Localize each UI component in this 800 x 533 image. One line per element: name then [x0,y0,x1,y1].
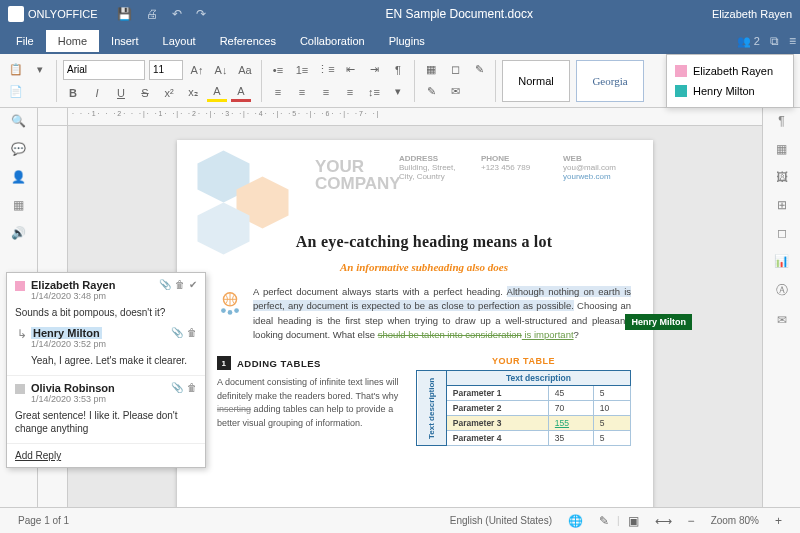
header-settings-icon[interactable]: ⊞ [777,198,787,212]
justify-icon[interactable]: ≡ [340,83,360,101]
paragraph-settings-icon[interactable]: ¶ [778,114,784,128]
copy-style-icon[interactable]: 📄 [6,83,26,101]
track-icon[interactable]: ✎ [599,514,609,528]
fit-page-icon[interactable]: ▣ [628,514,639,528]
data-table[interactable]: Text descriptionText description Paramet… [416,370,631,446]
tab-layout[interactable]: Layout [151,30,208,52]
italic-button[interactable]: I [87,84,107,102]
align-right-icon[interactable]: ≡ [316,83,336,101]
dec-font-icon[interactable]: A↓ [211,61,231,79]
style-normal[interactable]: Normal [502,60,570,102]
attach-icon[interactable]: 📎 [171,327,183,338]
navigation-icon[interactable]: ▦ [13,198,24,212]
attach-icon[interactable]: 📎 [171,382,183,393]
shading-icon[interactable]: ▾ [388,83,408,101]
reply-author: Henry Milton [31,327,102,339]
superscript-button[interactable]: x² [159,84,179,102]
tab-insert[interactable]: Insert [99,30,151,52]
font-color-button[interactable]: A [231,84,251,102]
textart-settings-icon[interactable]: Ⓐ [776,282,788,299]
delete-icon[interactable]: 🗑 [175,279,185,290]
subscript-button[interactable]: x₂ [183,84,203,102]
table-settings-icon[interactable]: ▦ [776,142,787,156]
mailmerge-settings-icon[interactable]: ✉ [777,313,787,327]
tab-file[interactable]: File [4,30,46,52]
dec-indent-icon[interactable]: ⇤ [340,61,360,79]
track-changes-icon[interactable]: ✎ [421,83,441,101]
svg-point-4 [221,308,226,313]
tab-home[interactable]: Home [46,30,99,52]
shape-settings-icon[interactable]: ◻ [777,226,787,240]
tab-references[interactable]: References [208,30,288,52]
chart-settings-icon[interactable]: 📊 [774,254,789,268]
ruler-horizontal[interactable]: · · ·1· · ·2· · ·|· ·1· ·|· ·2· ·|· ·3· … [68,108,762,125]
font-select[interactable] [63,60,145,80]
line-spacing-icon[interactable]: ↕≡ [364,83,384,101]
underline-button[interactable]: U [111,84,131,102]
user-row: Elizabeth Rayen [673,61,787,81]
lang-indicator[interactable]: English (United States) [450,515,552,526]
feedback-icon[interactable]: 🔊 [11,226,26,240]
bullets-icon[interactable]: •≡ [268,61,288,79]
right-sidebar: ¶ ▦ 🖼 ⊞ ◻ 📊 Ⓐ ✉ [762,108,800,523]
fit-width-icon[interactable]: ⟷ [655,514,672,528]
undo-icon[interactable]: ↶ [172,7,182,21]
change-case-icon[interactable]: Aa [235,61,255,79]
style-heading[interactable]: Georgia [576,60,644,102]
numbering-icon[interactable]: 1≡ [292,61,312,79]
tab-collaboration[interactable]: Collaboration [288,30,377,52]
zoom-value[interactable]: Zoom 80% [711,515,759,526]
collaborators-popup: Elizabeth Rayen Henry Milton [666,54,794,108]
delete-icon[interactable]: 🗑 [187,382,197,393]
tracked-delete: should be taken into consideration [378,329,522,340]
print-icon[interactable]: 🖨 [146,7,158,21]
redo-icon[interactable]: ↷ [196,7,206,21]
strike-button[interactable]: S [135,84,155,102]
align-center-icon[interactable]: ≡ [292,83,312,101]
app-name: ONLYOFFICE [28,8,97,20]
tab-plugins[interactable]: Plugins [377,30,437,52]
search-icon[interactable]: 🔍 [11,114,26,128]
nonprinting-icon[interactable]: ¶ [388,61,408,79]
inc-indent-icon[interactable]: ⇥ [364,61,384,79]
comment-time: 1/14/2020 3:48 pm [31,291,115,301]
highlight-button[interactable]: A [207,84,227,102]
doc-paragraph[interactable]: A perfect document always starts with a … [217,285,631,342]
insert-shape-icon[interactable]: ◻ [445,61,465,79]
tracked-insert: is important [522,329,574,340]
toolbar: 📋▾ 📄 A↑ A↓ Aa B I U S x² x₂ A A •≡ 1≡ ⋮≡… [0,54,800,108]
section-body[interactable]: A document consisting of infinite text l… [217,376,400,430]
page-indicator[interactable]: Page 1 of 1 [18,515,69,526]
size-select[interactable] [149,60,183,80]
zoom-out-icon[interactable]: − [688,514,695,528]
mailmerge-icon[interactable]: ✉ [445,83,465,101]
add-reply-button[interactable]: Add Reply [7,444,205,467]
app-logo: ONLYOFFICE [8,6,97,22]
table-row: Parameter 4355 [417,431,631,446]
attach-icon[interactable]: 📎 [159,279,171,290]
insert-comment-icon[interactable]: ✎ [469,61,489,79]
bold-button[interactable]: B [63,84,83,102]
paste-icon[interactable]: ▾ [30,61,50,79]
image-settings-icon[interactable]: 🖼 [776,170,788,184]
document-page[interactable]: YOURCOMPANY ADDRESSBuilding, Street, Cit… [177,140,653,520]
current-user[interactable]: Elizabeth Rayen [712,8,792,20]
spellcheck-icon[interactable]: 🌐 [568,514,583,528]
reply-time: 1/14/2020 3:52 pm [31,339,106,349]
zoom-in-icon[interactable]: + [775,514,782,528]
chat-icon[interactable]: 👤 [11,170,26,184]
inc-font-icon[interactable]: A↑ [187,61,207,79]
copy-icon[interactable]: 📋 [6,61,26,79]
insert-merge-icon[interactable]: ▦ [421,61,441,79]
collaborator-cursor-tag: Henry Milton [625,314,692,330]
open-location-icon[interactable]: ⧉ [770,34,779,48]
collab-users-icon[interactable]: 👥 2 [737,35,760,48]
multilevel-icon[interactable]: ⋮≡ [316,61,336,79]
decorative-hexagons-icon [181,144,331,274]
save-icon[interactable]: 💾 [117,7,132,21]
comments-icon[interactable]: 💬 [11,142,26,156]
resolve-icon[interactable]: ✔ [189,279,197,290]
delete-icon[interactable]: 🗑 [187,327,197,338]
view-settings-icon[interactable]: ≡ [789,34,796,48]
align-left-icon[interactable]: ≡ [268,83,288,101]
